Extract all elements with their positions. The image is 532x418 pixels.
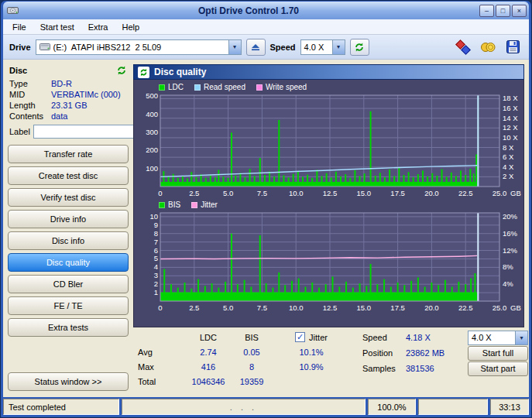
svg-text:8 X: 8 X [503, 143, 514, 152]
svg-text:1: 1 [154, 288, 158, 296]
legend-item: LDC [159, 83, 184, 91]
disc-length-label: Length [9, 101, 51, 110]
sidebar-item-extra-tests[interactable]: Extra tests [8, 318, 129, 337]
test-speed-select[interactable]: 4.0 X ▾ [468, 331, 528, 345]
results-table: LDC BIS ✓ Jitter Avg 2.74 0.05 10.1% Max… [135, 330, 350, 391]
test-controls: Speed 4.18 X 4.0 X ▾ Position 23862 MB S… [362, 330, 531, 391]
svg-text:0: 0 [158, 303, 162, 312]
svg-text:8%: 8% [503, 262, 513, 271]
max-row-label: Max [135, 362, 186, 372]
sidebar-item-transfer-rate[interactable]: Transfer rate [8, 145, 129, 163]
avg-jitter-value: 10.1% [273, 348, 350, 357]
sidebar-item-disc-info[interactable]: Disc info [8, 231, 129, 250]
progress-indicator: . . . [122, 399, 366, 415]
preferences-button[interactable] [453, 38, 473, 57]
close-button[interactable]: × [512, 5, 527, 17]
minimize-button[interactable]: – [479, 5, 494, 17]
chevron-down-icon[interactable]: ▾ [332, 40, 345, 54]
max-bis-value: 8 [231, 362, 273, 372]
svg-text:20%: 20% [503, 212, 518, 221]
menu-file[interactable]: File [6, 21, 33, 33]
svg-text:10.0: 10.0 [289, 189, 304, 197]
max-jitter-value: 10.9% [273, 362, 350, 372]
svg-text:500: 500 [146, 93, 158, 100]
svg-text:18 X: 18 X [503, 94, 518, 102]
disc-label-input[interactable] [33, 125, 149, 139]
disc-section-label: Disc [9, 66, 27, 75]
charts-panel: LDCRead speedWrite speed 100200300400500… [133, 80, 524, 327]
drive-icon [36, 43, 50, 51]
sidebar-item-cd-bler[interactable]: CD Bler [8, 275, 129, 293]
svg-text:12.5: 12.5 [323, 303, 338, 312]
jitter-checkbox[interactable]: ✓ [295, 332, 305, 342]
content-area: Disc Type BD-R MID VERBATIMc (000) Lengt… [3, 60, 529, 397]
svg-text:17.5: 17.5 [390, 303, 404, 312]
start-full-button[interactable]: Start full [468, 346, 528, 361]
sidebar-item-disc-quality[interactable]: Disc quality [8, 253, 129, 272]
disc-refresh-icon[interactable] [116, 65, 127, 76]
menu-extra[interactable]: Extra [82, 21, 115, 33]
maximize-button[interactable]: □ [496, 5, 510, 17]
svg-text:5.0: 5.0 [223, 303, 233, 312]
results-panel: LDC BIS ✓ Jitter Avg 2.74 0.05 10.1% Max… [133, 327, 524, 392]
title-bar[interactable]: Opti Drive Control 1.70 – □ × [3, 2, 529, 19]
svg-text:4 X: 4 X [503, 163, 514, 171]
page-title-bar: Disc quality [133, 64, 524, 80]
drive-select[interactable]: (E:) ATAPI iHBS212 2 5L09 ▾ [36, 39, 242, 55]
disc-info-row: Type BD-R [8, 78, 129, 89]
sidebar-item-fe-te[interactable]: FE / TE [8, 296, 129, 315]
status-bar: Test completed . . . 100.0% 33:13 [3, 399, 529, 415]
svg-text:300: 300 [146, 128, 158, 136]
samples-stat-value: 381536 [406, 364, 466, 373]
disc-info-row: Length 23.31 GB [8, 100, 129, 111]
position-stat-value: 23862 MB [406, 348, 466, 358]
svg-text:2: 2 [154, 279, 158, 288]
svg-text:25.0: 25.0 [493, 303, 507, 312]
speed-stat-value: 4.18 X [406, 333, 466, 342]
svg-text:10 X: 10 X [503, 133, 518, 142]
svg-text:16 X: 16 X [503, 104, 518, 112]
svg-text:17.5: 17.5 [390, 189, 404, 197]
elapsed-time: 33:13 [490, 399, 529, 415]
disc-type-value: BD-R [51, 79, 127, 88]
sidebar-item-verify-test-disc[interactable]: Verify test disc [8, 188, 129, 207]
svg-text:6: 6 [154, 246, 158, 255]
menu-start-test[interactable]: Start test [34, 21, 81, 33]
sidebar-item-create-test-disc[interactable]: Create test disc [8, 166, 129, 185]
save-icon [506, 40, 520, 53]
save-button[interactable] [503, 38, 523, 57]
refresh-button[interactable] [350, 39, 369, 56]
chevron-down-icon[interactable]: ▾ [228, 40, 241, 54]
svg-text:0: 0 [158, 189, 162, 197]
svg-text:4: 4 [154, 262, 158, 271]
bis-chart-legend: BISJitter [137, 199, 520, 211]
svg-text:9: 9 [154, 221, 158, 229]
speed-select[interactable]: 4.0 X ▾ [300, 39, 345, 55]
sidebar: Disc Type BD-R MID VERBATIMc (000) Lengt… [8, 64, 129, 392]
status-window-button[interactable]: Status window >> [8, 372, 129, 391]
disc-quality-icon [138, 67, 149, 78]
coins-icon [480, 41, 496, 53]
eject-button[interactable] [246, 39, 266, 56]
menu-help[interactable]: Help [115, 21, 146, 33]
ldc-chart-legend: LDCRead speedWrite speed [137, 81, 520, 93]
svg-text:14 X: 14 X [503, 114, 518, 122]
svg-text:10: 10 [149, 212, 158, 221]
app-icon [5, 5, 19, 17]
svg-text:6 X: 6 X [503, 152, 514, 161]
sidebar-item-drive-info[interactable]: Drive info [8, 210, 129, 228]
window-title: Opti Drive Control 1.70 [19, 5, 478, 16]
jitter-checkbox-label: Jitter [309, 333, 328, 342]
avg-bis-value: 0.05 [231, 348, 273, 357]
svg-text:7: 7 [154, 238, 158, 246]
svg-text:16%: 16% [503, 229, 518, 238]
chevron-down-icon[interactable]: ▾ [515, 331, 527, 344]
start-part-button[interactable]: Start part [468, 361, 528, 376]
app-window: Opti Drive Control 1.70 – □ × File Start… [0, 0, 532, 418]
svg-text:20.0: 20.0 [424, 189, 439, 197]
total-bis-value: 19359 [231, 377, 273, 386]
samples-stat-label: Samples [362, 364, 406, 373]
license-button[interactable] [478, 38, 498, 57]
svg-text:22.5: 22.5 [458, 189, 473, 197]
svg-text:4%: 4% [503, 279, 513, 288]
